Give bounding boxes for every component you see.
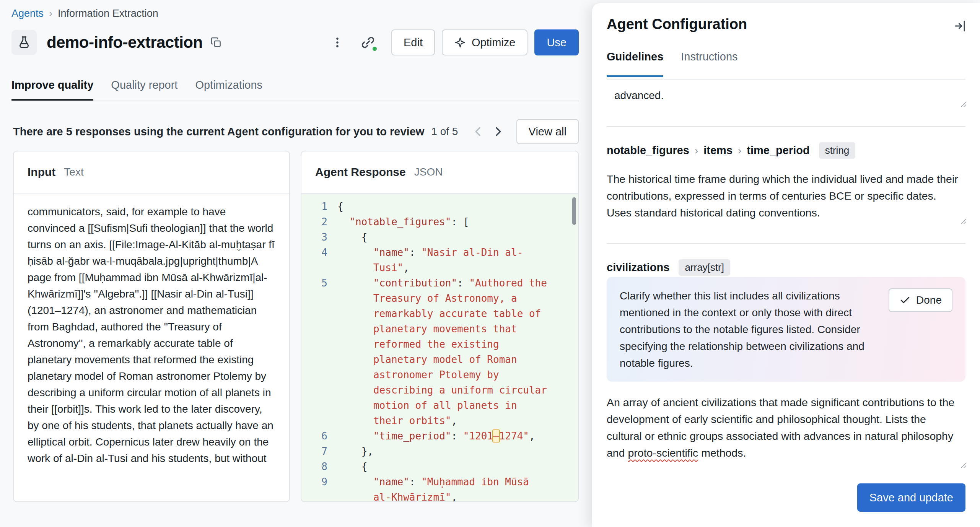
save-and-update-button[interactable]: Save and update <box>857 483 965 512</box>
code-line: 2"notable_figures": [ <box>301 214 578 229</box>
code-line: 7}, <box>301 444 578 459</box>
previous-response-chevron-icon[interactable] <box>468 120 488 143</box>
field-path-part: notable_figures <box>607 144 689 157</box>
code-line: 9"name": "Muḥammad ibn Mūsā al-Khwārizmī… <box>301 474 578 501</box>
tab-guidelines[interactable]: Guidelines <box>607 50 663 77</box>
code-block: 1{2"notable_figures": [3{4"name": "Nasir… <box>301 199 578 501</box>
field-path-part: items <box>703 144 733 157</box>
collapse-panel-icon[interactable] <box>951 17 969 35</box>
review-counter: 1 of 5 <box>431 125 458 138</box>
response-card-type: JSON <box>414 166 443 178</box>
sparkle-icon <box>454 36 466 49</box>
response-card-title: Agent Response <box>315 166 406 179</box>
done-button[interactable]: Done <box>889 288 952 312</box>
breadcrumb-agents-link[interactable]: Agents <box>11 8 44 20</box>
input-text: communicators, said, for example to have… <box>14 194 289 502</box>
review-bar: There are 5 responses using the current … <box>13 118 579 145</box>
description-text: methods. <box>698 447 746 459</box>
civilizations-description-textarea[interactable]: An array of ancient civilizations that m… <box>607 394 964 461</box>
section-divider <box>607 243 965 244</box>
agent-configuration-panel: Agent Configuration Guidelines Instructi… <box>592 3 980 527</box>
input-card-header: Input Text <box>14 151 289 194</box>
edit-button[interactable]: Edit <box>391 29 435 55</box>
code-line: 8{ <box>301 459 578 474</box>
section-divider <box>607 126 965 127</box>
field-time-period-heading: notable_figures › items › time_period st… <box>607 142 855 159</box>
code-line: 3{ <box>301 229 578 245</box>
input-card-title: Input <box>28 166 55 179</box>
type-badge-string: string <box>819 142 856 159</box>
code-line: 1{ <box>301 199 578 214</box>
panel-title: Agent Configuration <box>607 16 747 33</box>
ready-status-dot <box>371 46 378 52</box>
page: Agents › Information Extraction demo-inf… <box>0 0 980 527</box>
suggestion-card: Clarify whether this list includes all c… <box>607 277 965 382</box>
tab-quality-report[interactable]: Quality report <box>111 79 177 101</box>
response-card-header: Agent Response JSON <box>301 151 578 194</box>
code-line: 5"contribution": "Authored the Treasury … <box>301 275 578 428</box>
agent-response-card: Agent Response JSON 1{2"notable_figures"… <box>301 151 579 502</box>
config-tabs-divider <box>607 79 965 80</box>
code-line: 6"time_period": "1201–1274", <box>301 428 578 444</box>
next-response-chevron-icon[interactable] <box>488 120 508 143</box>
resize-handle-icon[interactable] <box>958 460 967 469</box>
kebab-menu-icon[interactable] <box>327 32 348 53</box>
time-period-description-textarea[interactable]: The historical time frame during which t… <box>607 171 964 221</box>
tab-optimizations[interactable]: Optimizations <box>195 79 262 101</box>
path-chevron-icon: › <box>738 145 741 157</box>
field-civilizations-heading: civilizations array[str] <box>607 259 730 276</box>
spellcheck-underlined-word: proto-scientific <box>628 447 698 459</box>
use-button[interactable]: Use <box>534 29 579 55</box>
agent-icon <box>11 30 37 55</box>
copy-icon[interactable] <box>206 32 226 53</box>
optimize-label: Optimize <box>472 36 515 49</box>
suggestion-text: Clarify whether this list includes all c… <box>620 288 887 372</box>
guideline-textarea-partial[interactable]: advanced. <box>614 87 664 104</box>
input-card: Input Text communicators, said, for exam… <box>13 151 290 502</box>
breadcrumb: Agents › Information Extraction <box>11 8 158 20</box>
resize-handle-icon[interactable] <box>958 216 967 225</box>
check-icon <box>899 294 911 306</box>
code-line: 4"name": "Nasir al-Din al-Tusi", <box>301 245 578 275</box>
tabs-divider <box>11 101 579 101</box>
breadcrumb-current: Information Extraction <box>58 8 158 20</box>
main-tabs: Improve quality Quality report Optimizat… <box>11 79 262 101</box>
input-card-type: Text <box>64 166 83 178</box>
review-message: There are 5 responses using the current … <box>13 125 424 138</box>
page-title: demo-info-extraction <box>47 33 203 52</box>
config-tabs: Guidelines Instructions <box>607 50 738 77</box>
endpoint-link-icon[interactable] <box>358 32 378 53</box>
code-scrollbar-thumb[interactable] <box>572 197 576 225</box>
breadcrumb-chevron-icon: › <box>49 8 52 20</box>
title-row: demo-info-extraction Edit Optimize Use <box>11 28 579 57</box>
resize-handle-icon[interactable] <box>958 99 967 108</box>
done-label: Done <box>916 294 942 306</box>
json-code-viewer[interactable]: 1{2"notable_figures": [3{4"name": "Nasir… <box>301 194 578 501</box>
view-all-button[interactable]: View all <box>516 119 579 144</box>
type-badge-array: array[str] <box>679 259 730 276</box>
field-path-part: civilizations <box>607 261 669 274</box>
field-path-part: time_period <box>747 144 809 157</box>
optimize-button[interactable]: Optimize <box>442 29 527 55</box>
tab-improve-quality[interactable]: Improve quality <box>11 79 93 101</box>
tab-instructions[interactable]: Instructions <box>681 50 737 77</box>
path-chevron-icon: › <box>695 145 698 157</box>
